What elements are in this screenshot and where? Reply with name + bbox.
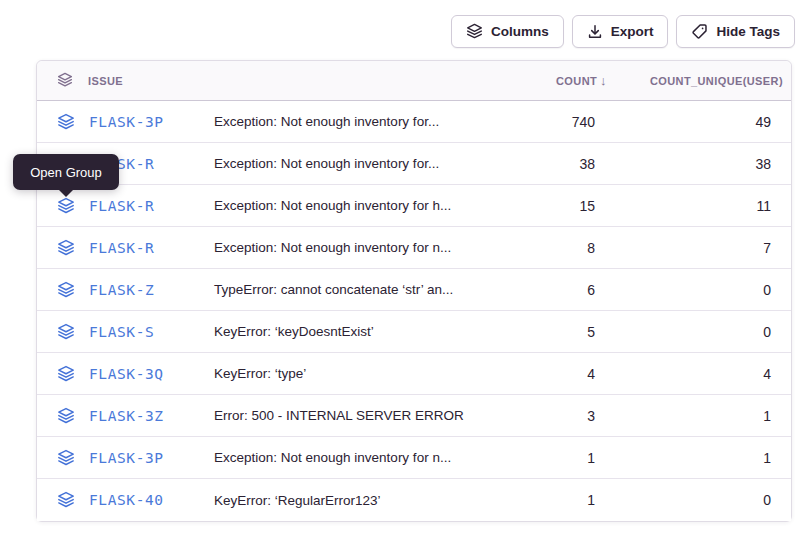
issue-cell: FLASK-3Z <box>37 407 214 425</box>
column-header-count[interactable]: COUNT↓ <box>514 73 615 88</box>
open-group-layers-icon[interactable] <box>57 281 75 299</box>
count-unique-value: 4 <box>615 366 791 382</box>
open-group-tooltip: Open Group <box>13 154 119 190</box>
count-value: 1 <box>514 492 615 508</box>
open-group-layers-icon[interactable] <box>57 491 75 509</box>
count-unique-value: 0 <box>615 492 791 508</box>
table-row: FLASK-R Exception: Not enough inventory … <box>37 185 791 227</box>
column-header-count-unique-label: COUNT_UNIQUE(USER) <box>650 75 783 87</box>
count-value: 15 <box>514 198 615 214</box>
open-group-layers-icon[interactable] <box>57 239 75 257</box>
export-button[interactable]: Export <box>572 15 669 48</box>
issue-cell: FLASK-3P <box>37 113 214 131</box>
issue-id-link[interactable]: FLASK-3Q <box>89 366 164 382</box>
open-group-layers-icon[interactable] <box>57 365 75 383</box>
table-body: FLASK-3P Exception: Not enough inventory… <box>37 101 791 521</box>
count-value: 6 <box>514 282 615 298</box>
issue-title: KeyError: ‘RegularError123’ <box>214 493 514 508</box>
issue-title: KeyError: ‘keyDoesntExist’ <box>214 324 514 339</box>
issue-id-link[interactable]: FLASK-3P <box>89 450 164 466</box>
table-row: FLASK-40 KeyError: ‘RegularError123’ 1 0 <box>37 479 791 521</box>
count-unique-value: 38 <box>615 156 791 172</box>
column-header-issue-label: ISSUE <box>88 75 123 87</box>
table-row: FLASK-R Exception: Not enough inventory … <box>37 143 791 185</box>
layers-icon <box>57 72 73 90</box>
issue-id-link[interactable]: FLASK-3P <box>89 114 164 130</box>
issue-cell: FLASK-R <box>37 239 214 257</box>
count-unique-value: 1 <box>615 408 791 424</box>
count-value: 3 <box>514 408 615 424</box>
issue-id-link[interactable]: FLASK-Z <box>89 282 154 298</box>
issue-id-link[interactable]: FLASK-R <box>89 240 154 256</box>
count-value: 740 <box>514 114 615 130</box>
column-header-count-unique[interactable]: COUNT_UNIQUE(USER) <box>615 75 791 87</box>
layers-icon <box>466 23 483 40</box>
issue-title: Exception: Not enough inventory for... <box>214 156 514 171</box>
column-header-count-label: COUNT <box>556 75 597 87</box>
open-group-layers-icon[interactable] <box>57 113 75 131</box>
export-button-label: Export <box>611 24 654 39</box>
count-unique-value: 49 <box>615 114 791 130</box>
table-header-row: ISSUE COUNT↓ COUNT_UNIQUE(USER) <box>37 61 791 101</box>
issue-cell: FLASK-S <box>37 323 214 341</box>
column-header-issue[interactable]: ISSUE <box>37 72 214 90</box>
issue-title: Exception: Not enough inventory for n... <box>214 240 514 255</box>
open-group-layers-icon[interactable] <box>57 449 75 467</box>
count-value: 5 <box>514 324 615 340</box>
table-row: FLASK-3P Exception: Not enough inventory… <box>37 101 791 143</box>
issue-cell: FLASK-R <box>37 197 214 215</box>
open-group-tooltip-label: Open Group <box>30 165 102 180</box>
count-unique-value: 11 <box>615 198 791 214</box>
table-row: FLASK-R Exception: Not enough inventory … <box>37 227 791 269</box>
hide-tags-button-label: Hide Tags <box>716 24 780 39</box>
hide-tags-button[interactable]: Hide Tags <box>676 15 795 48</box>
open-group-layers-icon[interactable] <box>57 407 75 425</box>
results-table: ISSUE COUNT↓ COUNT_UNIQUE(USER) FLASK-3P… <box>36 60 792 522</box>
issue-cell: FLASK-40 <box>37 491 214 509</box>
table-row: FLASK-S KeyError: ‘keyDoesntExist’ 5 0 <box>37 311 791 353</box>
issue-id-link[interactable]: FLASK-S <box>89 324 154 340</box>
page: { "colors": { "link_blue": "#4a79d9", "t… <box>0 0 807 538</box>
issue-title: Exception: Not enough inventory for... <box>214 114 514 129</box>
toolbar: Columns Export Hide Tags <box>451 15 795 48</box>
tag-icon <box>691 23 708 40</box>
issue-title: KeyError: ‘type’ <box>214 366 514 381</box>
open-group-layers-icon[interactable] <box>57 323 75 341</box>
table-row: FLASK-3P Exception: Not enough inventory… <box>37 437 791 479</box>
issue-title: Exception: Not enough inventory for h... <box>214 198 514 213</box>
issue-cell: FLASK-Z <box>37 281 214 299</box>
table-row: FLASK-3Q KeyError: ‘type’ 4 4 <box>37 353 791 395</box>
open-group-layers-icon[interactable] <box>57 197 75 215</box>
issue-id-link[interactable]: FLASK-3Z <box>89 408 164 424</box>
count-value: 4 <box>514 366 615 382</box>
issue-title: Exception: Not enough inventory for n... <box>214 450 514 465</box>
columns-button[interactable]: Columns <box>451 15 564 48</box>
count-value: 1 <box>514 450 615 466</box>
issue-title: TypeError: cannot concatenate ‘str’ an..… <box>214 282 514 297</box>
issue-title: Error: 500 - INTERNAL SERVER ERROR <box>214 408 514 423</box>
table-row: FLASK-Z TypeError: cannot concatenate ‘s… <box>37 269 791 311</box>
sort-desc-icon: ↓ <box>600 73 607 88</box>
issue-cell: FLASK-3P <box>37 449 214 467</box>
issue-id-link[interactable]: FLASK-40 <box>89 492 164 508</box>
count-unique-value: 7 <box>615 240 791 256</box>
count-unique-value: 1 <box>615 450 791 466</box>
count-value: 38 <box>514 156 615 172</box>
count-value: 8 <box>514 240 615 256</box>
issue-cell: FLASK-3Q <box>37 365 214 383</box>
count-unique-value: 0 <box>615 282 791 298</box>
count-unique-value: 0 <box>615 324 791 340</box>
columns-button-label: Columns <box>491 24 549 39</box>
table-row: FLASK-3Z Error: 500 - INTERNAL SERVER ER… <box>37 395 791 437</box>
issue-id-link[interactable]: FLASK-R <box>89 198 154 214</box>
download-icon <box>587 24 603 40</box>
